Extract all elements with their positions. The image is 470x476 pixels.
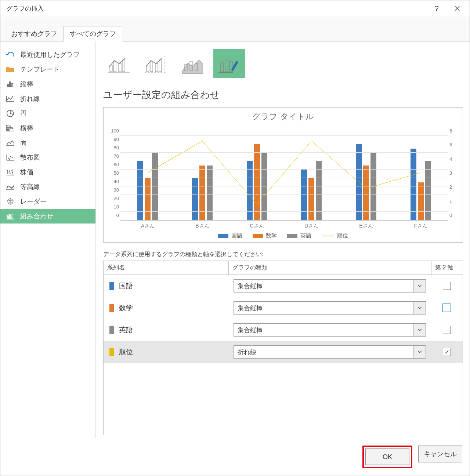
column-chart-icon — [6, 80, 15, 88]
combo-chart-icon — [6, 212, 15, 220]
svg-rect-7 — [119, 63, 121, 72]
subtype-combo-1[interactable] — [103, 49, 135, 78]
chart-type-dropdown[interactable]: 折れ線 — [234, 345, 426, 359]
svg-point-2 — [10, 156, 11, 157]
y-axis-secondary: 0123456 — [448, 125, 458, 221]
sidebar-item-label: 折れ線 — [20, 94, 40, 103]
window-title: グラフの挿入 — [6, 4, 426, 13]
chevron-down-icon — [413, 280, 426, 292]
radar-chart-icon — [6, 197, 15, 206]
series-name-label: 数学 — [119, 303, 133, 313]
sidebar-item-surface[interactable]: 等高線 — [0, 179, 95, 194]
sidebar-item-label: 等高線 — [20, 182, 40, 191]
sidebar-item-line[interactable]: 折れ線 — [0, 91, 95, 106]
series-name-label: 英語 — [119, 325, 133, 335]
tab-all-charts[interactable]: すべてのグラフ — [64, 26, 122, 41]
col-series-name: 系列名 — [104, 261, 228, 275]
subtype-combo-2[interactable] — [140, 49, 171, 78]
series-row[interactable]: 数学集合縦棒 — [104, 297, 463, 319]
chart-type-dropdown[interactable]: 集合縦棒 — [234, 323, 426, 337]
chart-type-sidebar: 最近使用したグラフ テンプレート 縦棒 折れ線 円 横棒 — [0, 41, 96, 438]
sidebar-item-label: 縦棒 — [20, 80, 33, 88]
help-button[interactable]: ? — [426, 1, 447, 16]
close-button[interactable] — [447, 1, 467, 16]
insert-chart-dialog: グラフの挿入 ? おすすめグラフ すべてのグラフ 最近使用したグラフ テンプレー… — [0, 0, 470, 476]
chart-preview: グラフ タイトル 0102030405060708090100 0123456 … — [103, 107, 463, 243]
sidebar-item-combo[interactable]: 組み合わせ — [0, 209, 95, 224]
chevron-down-icon — [413, 346, 426, 358]
svg-point-3 — [12, 157, 13, 158]
secondary-axis-checkbox[interactable] — [443, 304, 451, 312]
series-row[interactable]: 国語集合縦棒 — [104, 275, 463, 297]
sidebar-item-label: 最近使用したグラフ — [20, 50, 80, 59]
sidebar-item-scatter[interactable]: 散布図 — [0, 150, 95, 165]
chart-type-dropdown[interactable]: 集合縦棒 — [234, 279, 426, 292]
subtype-combo-3[interactable] — [177, 49, 208, 78]
sidebar-item-stock[interactable]: 株価 — [0, 165, 95, 179]
sidebar-item-label: レーダー — [20, 197, 47, 206]
tab-bar: おすすめグラフ すべてのグラフ — [0, 17, 470, 41]
cancel-button[interactable]: キャンセル — [418, 446, 462, 462]
chart-title: グラフ タイトル — [108, 111, 458, 122]
sidebar-item-label: 散布図 — [20, 153, 40, 162]
close-icon — [454, 6, 460, 11]
chart-type-dropdown[interactable]: 集合縦棒 — [234, 301, 426, 315]
svg-point-1 — [8, 158, 9, 159]
secondary-axis-checkbox[interactable] — [443, 326, 451, 334]
sidebar-item-area[interactable]: 面 — [0, 135, 95, 150]
svg-rect-6 — [113, 61, 116, 72]
series-name-label: 国語 — [119, 281, 133, 291]
plot-area — [120, 125, 448, 221]
stock-chart-icon — [6, 168, 15, 176]
series-row[interactable]: 英語集合縦棒 — [104, 319, 463, 341]
svg-rect-17 — [225, 59, 228, 72]
dialog-footer: OK キャンセル — [0, 438, 470, 476]
series-table: 系列名 グラフの種類 第 2 軸 国語集合縦棒数学集合縦棒英語集合縦棒順位折れ線… — [103, 261, 463, 435]
sidebar-item-label: 組み合わせ — [20, 212, 53, 221]
bar-chart-icon — [6, 124, 15, 132]
series-row[interactable]: 順位折れ線✓ — [104, 341, 463, 363]
main-pane: ユーザー設定の組み合わせ グラフ タイトル 010203040506070809… — [96, 41, 470, 438]
svg-rect-11 — [155, 63, 158, 72]
titlebar: グラフの挿入 ? — [0, 0, 470, 17]
secondary-axis-checkbox[interactable] — [443, 282, 451, 290]
sidebar-item-recent[interactable]: 最近使用したグラフ — [0, 47, 95, 62]
undo-icon — [6, 51, 15, 59]
svg-rect-10 — [150, 61, 153, 72]
y-axis-primary: 0102030405060708090100 — [108, 125, 120, 221]
scatter-chart-icon — [6, 153, 15, 161]
svg-rect-16 — [221, 63, 224, 72]
chart-legend: 国語数学英語順位 — [108, 232, 458, 239]
series-name-label: 順位 — [119, 347, 133, 357]
sidebar-item-label: 面 — [20, 138, 27, 147]
col-chart-type: グラフの種類 — [228, 261, 431, 275]
sidebar-item-templates[interactable]: テンプレート — [0, 62, 95, 77]
combo-heading: ユーザー設定の組み合わせ — [103, 88, 463, 101]
x-axis-labels: AさんBさんCさんDさんEさんFさん — [120, 221, 448, 229]
secondary-axis-checkbox[interactable]: ✓ — [443, 348, 451, 356]
line-chart-icon — [6, 95, 15, 103]
sidebar-item-label: 横棒 — [20, 124, 33, 132]
pie-chart-icon — [6, 109, 15, 117]
subtype-combo-custom[interactable] — [213, 49, 245, 78]
svg-point-4 — [9, 159, 10, 160]
svg-rect-12 — [159, 60, 162, 72]
sidebar-item-pie[interactable]: 円 — [0, 106, 95, 121]
col-axis2: 第 2 軸 — [431, 261, 463, 275]
subtype-row — [103, 49, 463, 78]
tab-recommended[interactable]: おすすめグラフ — [5, 26, 64, 41]
sidebar-item-label: 円 — [20, 109, 27, 118]
sidebar-item-label: テンプレート — [20, 65, 60, 74]
folder-icon — [6, 65, 15, 73]
sidebar-item-bar[interactable]: 横棒 — [0, 121, 95, 135]
chevron-down-icon — [413, 302, 426, 314]
ok-button[interactable]: OK — [365, 448, 409, 465]
ok-highlight: OK — [362, 446, 412, 468]
sidebar-item-radar[interactable]: レーダー — [0, 194, 95, 209]
area-chart-icon — [6, 139, 15, 147]
sidebar-item-label: 株価 — [20, 168, 33, 177]
sidebar-item-column[interactable]: 縦棒 — [0, 77, 95, 91]
series-instruction: データ系列に使用するグラフの種類と軸を選択してください: — [103, 251, 463, 258]
chevron-down-icon — [413, 324, 426, 336]
surface-chart-icon — [6, 183, 15, 191]
